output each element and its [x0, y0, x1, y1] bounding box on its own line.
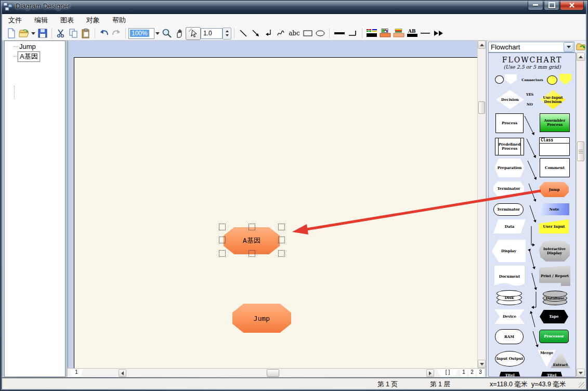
layer-tab-label: [ ] [446, 369, 450, 375]
thumb-grip [579, 153, 583, 153]
undo-button[interactable] [98, 27, 110, 40]
scroll-down-button[interactable] [577, 369, 585, 377]
tree-item-jump[interactable]: Jump [19, 43, 36, 50]
copy-button[interactable] [67, 27, 80, 40]
gradient-style-button[interactable] [392, 27, 406, 40]
thumb-grip [579, 151, 583, 152]
toolbar-separator [329, 28, 330, 38]
template-reload-button[interactable] [576, 42, 586, 52]
font-style-button[interactable]: AB [406, 27, 419, 40]
title-bar: Diagram Designer [0, 0, 588, 14]
shape-palette: FLOWCHART (Use 2.5 or 5 mm grid) [488, 53, 576, 377]
fill-style-button[interactable] [378, 27, 392, 40]
line-width-field[interactable]: 1.0 [201, 28, 223, 39]
ellipse-icon [315, 29, 325, 37]
status-x-coordinate: x=118.0 毫米 [490, 380, 527, 389]
new-file-button[interactable] [5, 27, 18, 40]
elbow-arrow-icon [264, 29, 273, 38]
resize-grip[interactable] [579, 382, 585, 388]
zoom-dropdown-button[interactable] [154, 27, 161, 40]
text-tool-button[interactable]: abc [287, 27, 302, 40]
template-selector-dropdown[interactable] [564, 42, 573, 52]
zoom-combobox[interactable]: 100% [128, 28, 154, 39]
menu-object[interactable]: 对象 [80, 14, 106, 27]
palette-scrollbar[interactable] [576, 53, 585, 377]
layer-tab-blank[interactable]: [ ] [437, 369, 459, 376]
page-tab-1[interactable]: 1 [70, 369, 83, 376]
curve-tool-button[interactable] [275, 27, 287, 40]
scroll-up-button[interactable] [478, 41, 486, 49]
open-dropdown-button[interactable] [30, 27, 36, 40]
line-style-button[interactable] [365, 27, 378, 40]
magnifier-icon [162, 28, 172, 38]
line-thickness-button[interactable] [332, 27, 347, 40]
layer-tab-1[interactable]: 1 [460, 369, 468, 376]
corner-style-button[interactable] [347, 27, 359, 40]
template-selector[interactable]: Flowchart [488, 42, 574, 53]
elbow-arrow-tool-button[interactable] [262, 27, 275, 40]
canvas-area[interactable]: A基因 Jump [68, 41, 477, 368]
scroll-right-button[interactable] [426, 369, 434, 377]
connectors-label: Connectors [521, 78, 544, 82]
gradient-style-icon [393, 29, 404, 38]
paste-button[interactable] [80, 27, 92, 40]
selection-handle[interactable] [249, 250, 255, 257]
diagram-designer-window: Diagram Designer 文件 编辑 图表 对象 帮助 [0, 0, 588, 391]
thumb-grip [579, 150, 583, 150]
template-folder-icon [576, 42, 586, 51]
line-width-spinner[interactable] [223, 28, 231, 40]
selection-handle[interactable] [278, 224, 285, 230]
rectangle-icon [303, 29, 313, 37]
line-style-icon [366, 29, 377, 38]
selection-handle[interactable] [278, 250, 285, 257]
zoom-tool-button[interactable] [161, 27, 173, 40]
horizontal-scroll-thumb[interactable] [267, 369, 279, 377]
thin-line-button[interactable] [419, 27, 432, 40]
layer-tab-label: 3 [479, 369, 482, 375]
copy-icon [69, 29, 78, 38]
line-icon [239, 29, 248, 38]
page-tab-label: 1 [75, 369, 78, 375]
canvas-shape-jump-label: Jump [254, 315, 270, 322]
cut-button[interactable] [55, 27, 67, 40]
selection-handle[interactable] [249, 224, 255, 230]
ellipse-tool-button[interactable] [314, 27, 326, 40]
menu-bar: 文件 编辑 图表 对象 帮助 [2, 14, 586, 27]
menu-help[interactable]: 帮助 [106, 14, 132, 27]
open-file-button[interactable] [18, 27, 30, 40]
save-icon [38, 29, 47, 38]
vertical-scroll-thumb[interactable] [478, 101, 485, 114]
scroll-down-button[interactable] [478, 360, 486, 368]
object-tree-panel: Jump A基因 [4, 41, 66, 377]
scroll-left-button[interactable] [119, 369, 126, 377]
tree-item-a-gene[interactable]: A基因 [18, 51, 40, 62]
arrow-line-tool-button[interactable] [250, 27, 262, 40]
save-button[interactable] [36, 27, 49, 40]
rectangle-tool-button[interactable] [302, 27, 314, 40]
paste-icon [81, 29, 90, 38]
selection-handle[interactable] [278, 237, 285, 243]
arrowheads-button[interactable] [432, 27, 446, 40]
arrow-up-icon [480, 44, 484, 46]
menu-edit[interactable]: 编辑 [28, 14, 54, 27]
minimize-button[interactable] [528, 0, 543, 10]
palette-scroll-thumb[interactable] [577, 141, 584, 161]
redo-button[interactable] [110, 27, 123, 40]
maximize-button[interactable] [544, 0, 559, 10]
selection-handle[interactable] [219, 224, 226, 230]
selection-handle[interactable] [219, 250, 226, 257]
canvas-shape-a-gene-label: A基因 [243, 236, 260, 245]
select-tool-button[interactable] [186, 27, 201, 40]
close-button[interactable] [560, 0, 584, 10]
line-tool-button[interactable] [237, 27, 250, 40]
selection-handle[interactable] [219, 237, 226, 243]
arrow-down-icon [480, 363, 484, 366]
layer-tab-2[interactable]: 2 [468, 369, 476, 376]
layer-tab-3[interactable]: 3 [476, 369, 485, 376]
canvas-vertical-scrollbar[interactable] [477, 41, 486, 368]
scroll-up-button[interactable] [577, 53, 585, 61]
menu-file[interactable]: 文件 [2, 14, 28, 27]
pan-tool-button[interactable] [173, 27, 186, 40]
canvas-shape-jump[interactable]: Jump [232, 304, 291, 333]
menu-diagram[interactable]: 图表 [54, 14, 80, 27]
